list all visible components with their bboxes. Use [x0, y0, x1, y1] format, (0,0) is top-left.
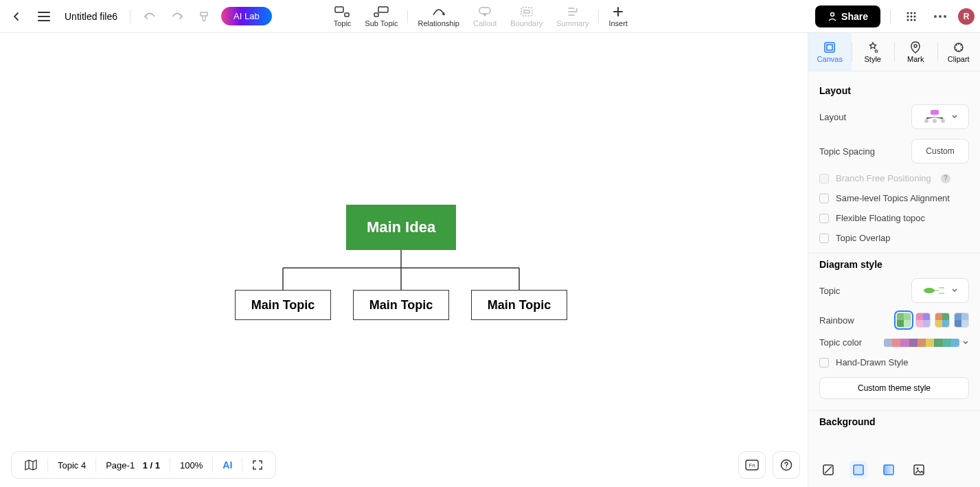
rainbow-swatch-4[interactable] [954, 313, 969, 328]
grid-icon [906, 11, 917, 22]
file-name[interactable]: Untitled file6 [60, 11, 122, 22]
toolbar-center: Topic Sub Topic Relationship Callout Bou… [327, 4, 635, 29]
topic-style-dropdown[interactable] [911, 278, 969, 303]
fullscreen-icon [252, 460, 263, 471]
svg-point-17 [934, 15, 937, 18]
back-button[interactable] [5, 5, 27, 27]
topic-color-strip[interactable] [884, 339, 959, 347]
chevron-down-icon [951, 113, 958, 120]
svg-point-15 [911, 19, 913, 21]
panel-tabs: Canvas Style Mark Clipart [808, 33, 980, 71]
subtopic-tool[interactable]: Sub Topic [358, 4, 404, 29]
more-button[interactable] [929, 5, 951, 27]
rainbow-label: Rainbow [819, 315, 854, 326]
canvas-area[interactable]: Main Idea Main Topic Main Topic Main Top… [0, 33, 808, 487]
relationship-tool[interactable]: Relationship [411, 4, 466, 29]
topic-node-1[interactable]: Main Topic [235, 290, 331, 320]
undo-button[interactable] [139, 5, 161, 27]
fn-button[interactable]: Fn [738, 451, 766, 479]
chevron-down-icon[interactable] [962, 339, 969, 346]
tab-style-label: Style [865, 55, 881, 63]
bg-image-icon [913, 464, 925, 476]
main-idea-node[interactable]: Main Idea [346, 205, 456, 250]
overlap-label: Topic Overlap [836, 233, 890, 243]
bottom-right-controls: Fn [738, 451, 800, 479]
svg-rect-33 [827, 45, 832, 50]
canvas-icon [823, 41, 836, 54]
svg-point-9 [911, 12, 913, 14]
svg-rect-5 [521, 8, 532, 16]
svg-point-38 [933, 119, 937, 123]
same-level-check[interactable]: Same-level Topics Alignment [819, 193, 969, 203]
plus-icon [613, 6, 624, 17]
page-indicator[interactable]: Page-1 1 / 1 [96, 452, 170, 478]
topic-count[interactable]: Topic 4 [48, 452, 95, 478]
apps-button[interactable] [900, 5, 922, 27]
topic-node-3[interactable]: Main Topic [471, 290, 567, 320]
spacing-dropdown[interactable]: Custom [911, 139, 969, 163]
redo-button[interactable] [166, 5, 188, 27]
format-painter-button[interactable] [194, 5, 216, 27]
insert-tool[interactable]: Insert [602, 4, 635, 29]
rainbow-swatch-2[interactable] [915, 313, 931, 328]
help-button[interactable] [773, 451, 800, 479]
rainbow-swatch-3[interactable] [935, 313, 950, 328]
info-icon: ? [941, 174, 950, 183]
tab-mark[interactable]: Mark [894, 33, 937, 71]
svg-point-49 [786, 467, 787, 468]
svg-rect-3 [374, 13, 378, 16]
page-label: Page-1 [106, 460, 135, 471]
svg-point-18 [939, 15, 942, 18]
spacing-value: Custom [926, 146, 954, 156]
clipart-icon [953, 41, 965, 54]
redo-icon [171, 12, 183, 21]
zoom-level[interactable]: 100% [170, 452, 212, 478]
summary-label: Summary [556, 19, 589, 27]
spacing-label: Topic Spacing [819, 146, 875, 157]
divider [130, 10, 130, 23]
map-button[interactable] [14, 452, 47, 478]
fullscreen-button[interactable] [242, 452, 273, 478]
bg-image-button[interactable] [910, 461, 928, 479]
summary-tool: Summary [549, 4, 595, 29]
flexible-label: Flexible Floating topoc [836, 213, 925, 223]
user-avatar[interactable]: R [958, 8, 975, 25]
topic-node-2[interactable]: Main Topic [353, 290, 449, 320]
rainbow-swatch-1[interactable] [896, 313, 911, 328]
hand-drawn-check[interactable]: Hand-Drawn Style [819, 357, 969, 367]
svg-rect-1 [345, 13, 349, 16]
person-icon [828, 12, 837, 21]
boundary-tool: Boundary [503, 4, 549, 29]
custom-theme-button[interactable]: Custom theme style [819, 377, 969, 399]
ai-lab-button[interactable]: AI Lab [221, 7, 272, 25]
svg-point-7 [831, 12, 834, 16]
tab-clipart[interactable]: Clipart [937, 33, 981, 71]
map-icon [24, 460, 38, 471]
bottom-bar: Topic 4 Page-1 1 / 1 100% AI [11, 451, 276, 479]
top-toolbar: Untitled file6 AI Lab Topic Sub Topic Re… [0, 0, 980, 33]
bg-gradient-icon [882, 464, 895, 476]
ai-button[interactable]: AI [213, 452, 242, 478]
chevron-down-icon [951, 287, 958, 294]
svg-rect-6 [524, 10, 529, 13]
menu-button[interactable] [33, 5, 55, 27]
svg-point-45 [917, 468, 919, 470]
layout-dropdown[interactable] [911, 104, 969, 129]
tab-canvas[interactable]: Canvas [808, 33, 852, 71]
overlap-check[interactable]: Topic Overlap [819, 233, 969, 243]
diagram-section-title: Diagram style [819, 259, 969, 270]
topic-label: Topic [334, 19, 352, 27]
toolbar-right: Share R [815, 5, 975, 27]
bg-solid-button[interactable] [850, 461, 867, 479]
bg-none-button[interactable] [819, 461, 837, 479]
tab-style[interactable]: Style [852, 33, 895, 71]
topic-tool[interactable]: Topic [327, 4, 358, 29]
divider [407, 10, 408, 23]
flexible-check[interactable]: Flexible Floating topoc [819, 213, 969, 223]
share-button[interactable]: Share [815, 5, 880, 27]
svg-point-40 [924, 288, 935, 293]
bg-gradient-button[interactable] [880, 461, 898, 479]
svg-rect-4 [479, 8, 490, 14]
callout-tool: Callout [466, 4, 503, 29]
svg-point-10 [914, 12, 916, 14]
